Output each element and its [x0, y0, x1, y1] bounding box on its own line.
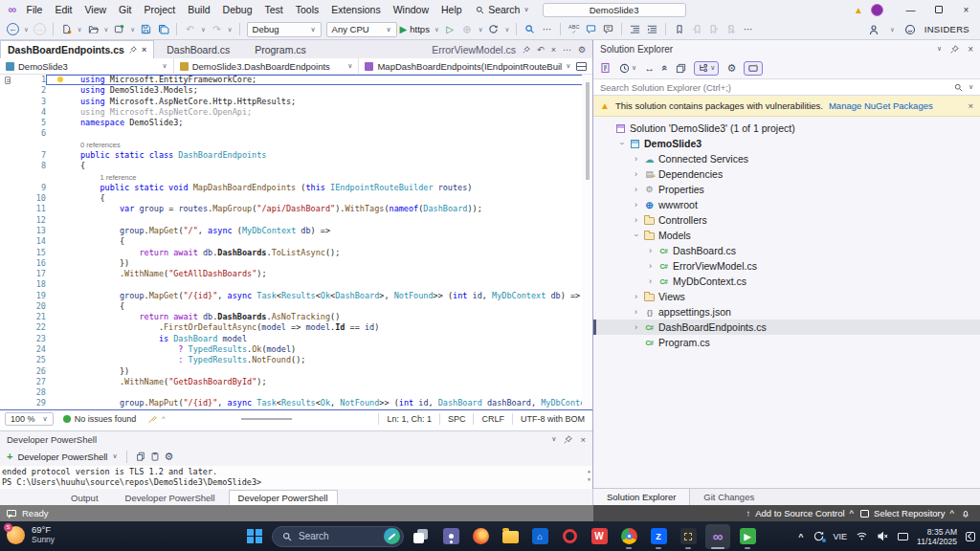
- breakpoint-margin[interactable]: [0, 150, 25, 161]
- member-dropdown[interactable]: MapDashBoardEndpoints(IEndpointRouteBuil…: [359, 58, 576, 74]
- breakpoint-margin[interactable]: [0, 334, 25, 344]
- tree-item-errorviewmodel-cs[interactable]: ›C#ErrorViewModel.cs: [593, 258, 980, 274]
- editor-vertical-scrollbar[interactable]: [582, 75, 592, 409]
- clear-bookmarks-button[interactable]: [723, 21, 739, 38]
- expander-chevron-icon[interactable]: ›: [630, 154, 642, 164]
- expander-chevron-icon[interactable]: ›: [632, 230, 641, 242]
- menu-item-build[interactable]: Build: [182, 0, 216, 19]
- properties-icon[interactable]: [676, 63, 686, 74]
- chevron-down-icon[interactable]: ∨: [937, 45, 942, 53]
- chevron-down-icon[interactable]: ∨: [128, 26, 137, 33]
- taskbar-app-teams[interactable]: [438, 524, 463, 549]
- toggle-bookmark-button[interactable]: [671, 21, 687, 38]
- close-icon[interactable]: ×: [142, 45, 146, 55]
- document-tab[interactable]: DashBoard.cs: [154, 40, 242, 58]
- tab-overflow-icon[interactable]: ⋯: [563, 45, 571, 55]
- restore-icon[interactable]: ↶: [537, 45, 545, 55]
- project-dropdown[interactable]: DemoSlide3 ∨: [0, 58, 174, 74]
- scrollbar-thumb[interactable]: [586, 82, 590, 180]
- tree-item-controllers[interactable]: ›Controllers: [593, 212, 980, 228]
- nested-file-toggle[interactable]: ∨: [694, 61, 719, 76]
- tree-item-solution-demoslide3-1-of-1-project-[interactable]: Solution 'DemoSlide3' (1 of 1 project): [593, 121, 980, 136]
- pin-icon[interactable]: [523, 46, 530, 54]
- expander-chevron-icon[interactable]: ›: [644, 276, 657, 286]
- tree-item-demoslide3[interactable]: ›DemoSlide3: [593, 136, 980, 151]
- attach-debugger-button[interactable]: [459, 21, 476, 38]
- breakpoint-margin[interactable]: [0, 236, 25, 247]
- hidden-icons-chevron[interactable]: ^: [798, 532, 803, 541]
- navigate-back-button[interactable]: ←: [5, 21, 21, 38]
- breakpoint-margin[interactable]: [0, 183, 25, 193]
- tree-item-properties[interactable]: ›⚙Properties: [593, 182, 980, 197]
- collapse-all-icon[interactable]: «: [659, 65, 671, 71]
- navigate-forward-button[interactable]: →: [32, 21, 48, 38]
- taskbar-app-visual-studio[interactable]: ∞: [705, 524, 730, 549]
- minimize-button[interactable]: —: [897, 0, 924, 19]
- breakpoint-margin[interactable]: [0, 248, 25, 258]
- chevron-down-icon[interactable]: ∨: [102, 26, 111, 33]
- touchpad-icon[interactable]: [898, 533, 908, 540]
- find-in-files-button[interactable]: [522, 21, 538, 38]
- notification-center-icon[interactable]: [966, 532, 975, 541]
- tree-item-views[interactable]: ›Views: [593, 289, 980, 304]
- taskbar-clock[interactable]: 8:35 AM 11/14/2025: [917, 527, 957, 546]
- save-button[interactable]: [138, 21, 154, 38]
- preview-selected-items-toggle[interactable]: [744, 61, 763, 76]
- user-avatar[interactable]: [871, 4, 883, 16]
- breakpoint-margin[interactable]: [0, 355, 25, 365]
- new-file-button[interactable]: [58, 21, 75, 38]
- tree-item-models[interactable]: ›Models: [593, 228, 980, 243]
- pin-icon[interactable]: [950, 45, 959, 54]
- taskbar-app-task-view[interactable]: [409, 524, 434, 549]
- menu-item-tools[interactable]: Tools: [289, 0, 325, 19]
- expander-chevron-icon[interactable]: ›: [644, 261, 657, 271]
- breakpoint-margin[interactable]: [0, 344, 25, 355]
- breakpoint-margin[interactable]: [0, 322, 25, 333]
- pin-icon[interactable]: [564, 435, 572, 444]
- scrollbar-thumb[interactable]: [241, 418, 293, 420]
- expander-chevron-icon[interactable]: ›: [630, 185, 642, 194]
- tree-item-mydbcontext-cs[interactable]: ›C#MyDbContext.cs: [593, 274, 980, 289]
- redo-button[interactable]: ↷: [209, 21, 225, 38]
- terminal-scrollbar[interactable]: ▲▼: [588, 467, 590, 484]
- breakpoint-margin[interactable]: [0, 291, 25, 301]
- expander-chevron-icon[interactable]: ›: [644, 246, 657, 255]
- tree-item-dashboard-cs[interactable]: ›C#DashBoard.cs: [593, 243, 980, 258]
- menu-item-help[interactable]: Help: [435, 0, 469, 19]
- chevron-down-icon[interactable]: ∨: [551, 435, 556, 443]
- taskbar-app-wps[interactable]: W: [587, 524, 612, 549]
- sync-with-active-document-icon[interactable]: ↔: [644, 62, 655, 74]
- breakpoint-margin[interactable]: [0, 140, 25, 150]
- hot-reload-button[interactable]: [485, 21, 501, 38]
- save-project-button[interactable]: [111, 21, 127, 38]
- taskbar-weather-widget[interactable]: S 69°F Sunny: [7, 524, 55, 545]
- editor-horizontal-scrollbar[interactable]: [184, 418, 361, 420]
- language-indicator[interactable]: VIE: [834, 532, 848, 541]
- new-terminal-icon[interactable]: +: [7, 451, 12, 462]
- start-button[interactable]: [242, 524, 267, 549]
- document-health-indicator[interactable]: No issues found: [63, 414, 137, 424]
- previous-bookmark-button[interactable]: [688, 21, 704, 38]
- terminal-output[interactable]: ended protocol version is TLS 1.2 and la…: [0, 466, 592, 489]
- notifications-bell-icon[interactable]: [961, 509, 970, 518]
- document-tab[interactable]: Program.cs: [242, 40, 319, 58]
- tree-item-dependencies[interactable]: ›▤▲Dependencies: [593, 166, 980, 182]
- close-icon[interactable]: ×: [968, 44, 973, 55]
- taskbar-app-chrome[interactable]: [616, 524, 641, 549]
- chevron-down-icon[interactable]: ∨: [112, 452, 117, 460]
- taskbar-search-box[interactable]: Search: [272, 526, 404, 547]
- sidebar-tab-solution-explorer[interactable]: Solution Explorer: [592, 489, 690, 505]
- breakpoint-margin[interactable]: [0, 85, 25, 96]
- indentation-mode[interactable]: SPC: [439, 413, 474, 425]
- toolbar-overflow-button[interactable]: ⋯: [740, 21, 756, 38]
- feedback-bubble-icon[interactable]: [7, 510, 16, 517]
- panel-tab-output[interactable]: Output: [57, 490, 112, 505]
- close-icon[interactable]: ×: [580, 434, 586, 445]
- expander-chevron-icon[interactable]: ›: [630, 215, 642, 225]
- start-without-debugging-button[interactable]: ▷: [442, 21, 458, 38]
- breakpoint-margin[interactable]: [0, 226, 25, 236]
- line-ending-mode[interactable]: CRLF: [473, 413, 512, 425]
- expander-chevron-icon[interactable]: ›: [630, 307, 642, 317]
- panel-tab-developer-powershell[interactable]: Developer PowerShell: [229, 490, 338, 505]
- expander-chevron-icon[interactable]: ›: [617, 138, 627, 150]
